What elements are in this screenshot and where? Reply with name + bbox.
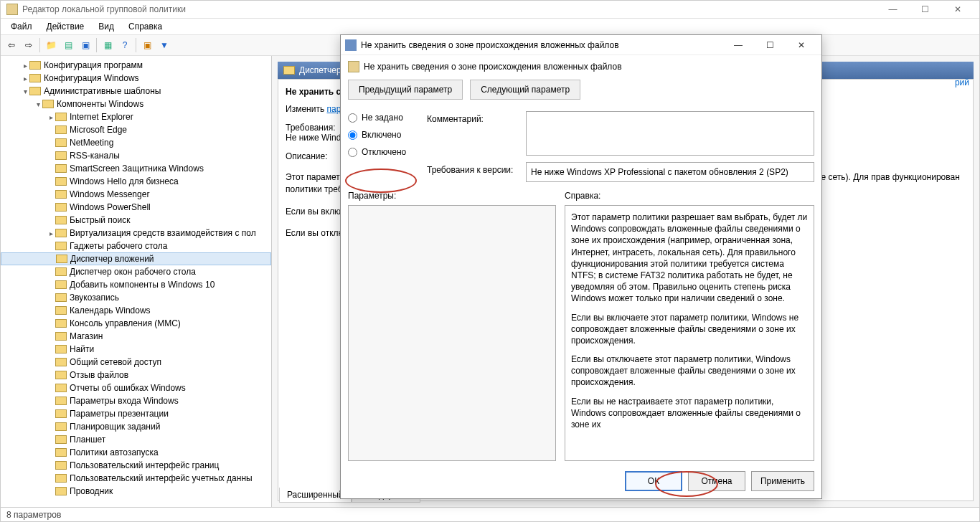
forward-icon[interactable]: ⇨: [21, 37, 37, 53]
params-help-split: Параметры: Справка: Этот параметр полити…: [348, 191, 814, 461]
edit-label: Изменить: [286, 104, 324, 114]
radio-disabled-input[interactable]: [348, 148, 357, 157]
close-button[interactable]: ✕: [941, 1, 974, 19]
tree-item[interactable]: Microsoft Edge: [1, 123, 271, 136]
menu-file[interactable]: Файл: [5, 20, 38, 33]
tree-item[interactable]: Диспетчер вложений: [1, 252, 271, 265]
tree-item-label: Диспетчер вложений: [70, 254, 154, 264]
tree-item[interactable]: Политики автозапуска: [1, 446, 271, 459]
tree-item-label: Параметры презентации: [70, 409, 169, 419]
dialog-close-button[interactable]: ✕: [786, 35, 817, 55]
tree-item-label: Конфигурация программ: [44, 60, 143, 70]
tree-item[interactable]: Календарь Windows: [1, 304, 271, 317]
minimize-button[interactable]: —: [877, 1, 909, 19]
apply-button[interactable]: Применить: [751, 471, 814, 491]
comment-row: Комментарий:: [427, 111, 814, 158]
tree-item[interactable]: ▾Компоненты Windows: [1, 98, 271, 110]
menu-help[interactable]: Справка: [123, 20, 168, 33]
radio-not-configured[interactable]: Не задано: [348, 113, 420, 123]
help-icon[interactable]: ?: [117, 37, 133, 53]
tree-item-label: Microsoft Edge: [70, 125, 127, 135]
tree-item[interactable]: Пользовательский интерфейс границ: [1, 459, 271, 472]
tree-item-label: Проводник: [70, 486, 113, 496]
folder-icon: [55, 267, 67, 276]
caret-icon[interactable]: ▾: [34, 100, 42, 108]
folder-icon: [29, 74, 41, 82]
up-icon[interactable]: 📁: [43, 37, 59, 53]
back-icon[interactable]: ⇦: [4, 37, 19, 53]
state-radios: Не задано Включено Отключено: [348, 111, 420, 182]
radio-not-configured-input[interactable]: [348, 113, 357, 123]
tree-item[interactable]: Звукозапись: [1, 291, 271, 304]
tree-item-label: Компоненты Windows: [57, 99, 143, 109]
caret-icon[interactable]: ▸: [21, 75, 29, 82]
radio-enabled[interactable]: Включено: [348, 130, 420, 140]
tree-item-label: Найти: [70, 344, 94, 354]
tree-item[interactable]: NetMeeting: [1, 136, 271, 149]
tree-item[interactable]: Общий сетевой доступ: [1, 356, 271, 369]
folder-icon: [42, 100, 54, 108]
maximize-button[interactable]: ☐: [909, 1, 941, 19]
tree-item[interactable]: ▸Конфигурация программ: [1, 59, 271, 72]
properties-icon[interactable]: ▣: [77, 37, 93, 53]
tree-item[interactable]: Отчеты об ошибках Windows: [1, 381, 271, 394]
params-column: Параметры:: [348, 191, 556, 461]
dialog-titlebar: Не хранить сведения о зоне происхождения…: [341, 35, 821, 55]
tree-item[interactable]: Windows Hello для бизнеса: [1, 175, 271, 188]
tree-item-label: Windows PowerShell: [70, 202, 151, 212]
tree-item-label: Отчеты об ошибках Windows: [70, 383, 186, 393]
tree-item[interactable]: SmartScreen Защитника Windows: [1, 162, 271, 175]
export-icon[interactable]: ▦: [100, 37, 116, 53]
tree-item[interactable]: Отзыв файлов: [1, 369, 271, 381]
tree-item[interactable]: RSS-каналы: [1, 149, 271, 162]
tree-item[interactable]: Быстрый поиск: [1, 214, 271, 227]
tree-item[interactable]: Добавить компоненты в Windows 10: [1, 278, 271, 291]
help-box[interactable]: Этот параметр политики разрешает вам выб…: [565, 205, 814, 461]
tree-item[interactable]: Проводник: [1, 485, 271, 498]
cancel-button[interactable]: Отмена: [688, 471, 745, 491]
tree-item[interactable]: ▸Виртуализация средств взаимодействия с …: [1, 227, 271, 239]
tree-item-label: Календарь Windows: [70, 305, 151, 315]
menu-action[interactable]: Действие: [41, 20, 90, 33]
caret-icon[interactable]: ▸: [47, 229, 55, 237]
tree-item-label: Звукозапись: [70, 293, 119, 303]
filter-icon[interactable]: ▼: [156, 37, 172, 53]
next-setting-button[interactable]: Следующий параметр: [470, 80, 580, 100]
dialog-maximize-button[interactable]: ☐: [754, 35, 786, 55]
scenario-link[interactable]: рий: [955, 77, 969, 87]
folder-icon: [55, 409, 67, 418]
dialog-app-icon: [345, 39, 357, 51]
tree-item[interactable]: Пользовательский интерфейс учетных данны: [1, 472, 271, 485]
tree-icon[interactable]: ▤: [60, 37, 76, 53]
options-icon[interactable]: ▣: [139, 37, 155, 53]
tree-item[interactable]: Магазин: [1, 330, 271, 343]
tree-item[interactable]: Диспетчер окон рабочего стола: [1, 265, 271, 278]
tree-item[interactable]: ▸Конфигурация Windows: [1, 72, 271, 85]
folder-icon: [55, 474, 67, 483]
tree-item[interactable]: Windows Messenger: [1, 188, 271, 201]
tree-item-label: Windows Messenger: [70, 189, 149, 199]
comment-input[interactable]: [526, 111, 814, 156]
tree-item[interactable]: Консоль управления (MMC): [1, 317, 271, 330]
prev-setting-button[interactable]: Предыдущий параметр: [348, 80, 463, 100]
radio-disabled[interactable]: Отключено: [348, 147, 420, 157]
caret-icon[interactable]: ▸: [21, 62, 29, 70]
tree-item[interactable]: Найти: [1, 343, 271, 356]
tree-item[interactable]: Планшет: [1, 433, 271, 446]
tree-item[interactable]: ▾Административные шаблоны: [1, 85, 271, 98]
folder-icon: [55, 422, 67, 431]
radio-enabled-input[interactable]: [348, 130, 357, 140]
folder-icon: [55, 448, 67, 457]
menu-view[interactable]: Вид: [93, 20, 120, 33]
caret-icon[interactable]: ▸: [47, 113, 55, 121]
ok-button[interactable]: ОК: [625, 471, 682, 491]
tree-item[interactable]: Планировщик заданий: [1, 420, 271, 433]
tree-item[interactable]: Параметры входа Windows: [1, 394, 271, 407]
caret-icon[interactable]: ▾: [21, 87, 29, 95]
tree-item[interactable]: Гаджеты рабочего стола: [1, 239, 271, 252]
dialog-minimize-button[interactable]: —: [722, 35, 754, 55]
tree-pane[interactable]: ▸Конфигурация программ▸Конфигурация Wind…: [1, 56, 272, 507]
tree-item[interactable]: Windows PowerShell: [1, 201, 271, 214]
tree-item[interactable]: Параметры презентации: [1, 407, 271, 420]
tree-item[interactable]: ▸Internet Explorer: [1, 110, 271, 123]
